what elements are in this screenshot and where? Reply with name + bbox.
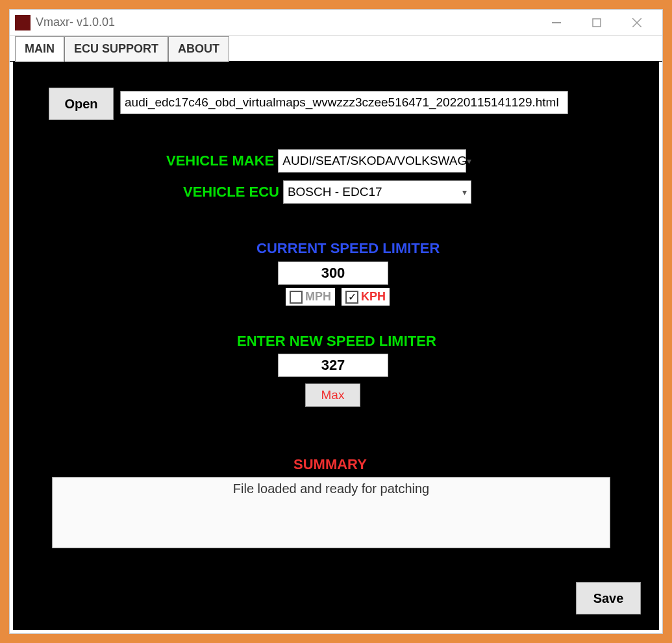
vehicle-make-select[interactable]: AUDI/SEAT/SKODA/VOLKSWAG ▾ bbox=[278, 149, 466, 173]
current-limiter-heading: CURRENT SPEED LIMITER bbox=[256, 240, 440, 257]
filepath-field[interactable] bbox=[120, 91, 568, 114]
vehicle-ecu-value: BOSCH - EDC17 bbox=[288, 185, 382, 199]
kph-checkbox[interactable]: ✓ bbox=[345, 291, 358, 304]
svg-rect-1 bbox=[593, 19, 601, 27]
vehicle-ecu-label: VEHICLE ECU bbox=[183, 184, 279, 200]
app-icon bbox=[15, 15, 31, 30]
minimize-button[interactable] bbox=[536, 10, 577, 36]
close-button[interactable] bbox=[617, 10, 657, 36]
vehicle-ecu-select[interactable]: BOSCH - EDC17 ▾ bbox=[283, 180, 471, 204]
summary-text: File loaded and ready for patching bbox=[58, 481, 604, 496]
new-speed-input[interactable] bbox=[278, 354, 388, 377]
vehicle-make-value: AUDI/SEAT/SKODA/VOLKSWAG bbox=[282, 154, 467, 168]
titlebar: Vmaxr- v1.0.01 bbox=[10, 10, 662, 36]
summary-heading: SUMMARY bbox=[293, 456, 367, 473]
window-title: Vmaxr- v1.0.01 bbox=[36, 16, 115, 29]
new-limiter-heading: ENTER NEW SPEED LIMITER bbox=[237, 333, 436, 350]
app-window: Vmaxr- v1.0.01 MAIN ECU SUPPORT ABOUT Op… bbox=[10, 10, 662, 633]
tabstrip: MAIN ECU SUPPORT ABOUT bbox=[10, 36, 662, 62]
vehicle-ecu-row: VEHICLE ECU BOSCH - EDC17 ▾ bbox=[183, 180, 471, 204]
close-icon bbox=[632, 18, 641, 27]
save-button[interactable]: Save bbox=[576, 582, 641, 614]
summary-textarea: File loaded and ready for patching bbox=[52, 477, 610, 548]
kph-option[interactable]: ✓ KPH bbox=[342, 288, 390, 306]
tab-ecu-support[interactable]: ECU SUPPORT bbox=[64, 36, 168, 62]
vehicle-make-label: VEHICLE MAKE bbox=[166, 152, 274, 169]
mph-checkbox[interactable] bbox=[290, 291, 303, 304]
unit-row: MPH ✓ KPH bbox=[286, 288, 390, 306]
chevron-down-icon: ▾ bbox=[467, 156, 471, 166]
kph-label: KPH bbox=[361, 290, 386, 304]
maximize-button[interactable] bbox=[577, 10, 617, 36]
open-button[interactable]: Open bbox=[49, 88, 114, 120]
tab-main[interactable]: MAIN bbox=[15, 36, 64, 62]
svg-rect-0 bbox=[552, 22, 561, 23]
main-panel: Open VEHICLE MAKE AUDI/SEAT/SKODA/VOLKSW… bbox=[13, 62, 659, 630]
vehicle-make-row: VEHICLE MAKE AUDI/SEAT/SKODA/VOLKSWAG ▾ bbox=[166, 149, 466, 173]
tab-about[interactable]: ABOUT bbox=[168, 36, 229, 62]
chevron-down-icon: ▾ bbox=[462, 187, 467, 197]
maximize-icon bbox=[592, 18, 601, 27]
current-speed-value: 300 bbox=[278, 261, 388, 285]
max-button[interactable]: Max bbox=[305, 383, 360, 407]
mph-label: MPH bbox=[305, 290, 331, 304]
minimize-icon bbox=[552, 22, 561, 23]
mph-option[interactable]: MPH bbox=[286, 288, 335, 306]
